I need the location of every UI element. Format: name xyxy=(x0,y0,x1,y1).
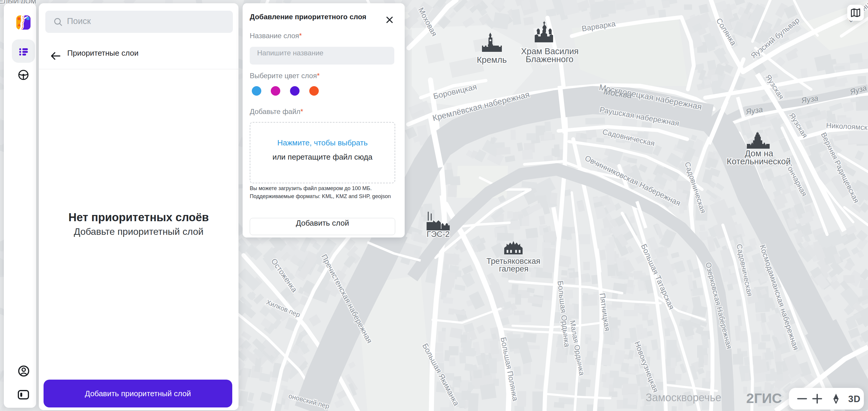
svg-text:ГЭС-2: ГЭС-2 xyxy=(427,230,450,239)
svg-text:Котельнической: Котельнической xyxy=(727,157,791,166)
svg-text:Замоскворечье: Замоскворечье xyxy=(646,391,721,404)
svg-text:Блаженного: Блаженного xyxy=(526,55,574,64)
svg-text:3D: 3D xyxy=(848,394,861,404)
svg-text:Кремль: Кремль xyxy=(477,55,506,65)
svg-text:галерея: галерея xyxy=(499,264,528,273)
